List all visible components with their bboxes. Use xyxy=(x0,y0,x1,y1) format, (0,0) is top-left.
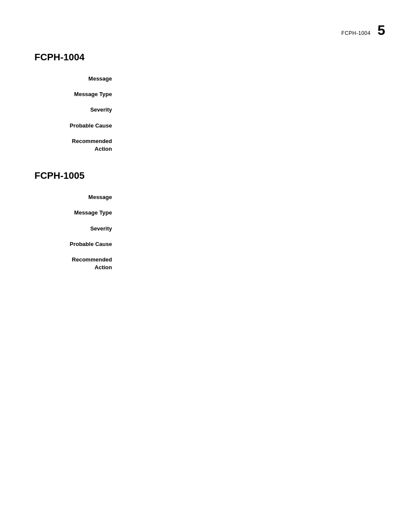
field-value-fcph-1005-0 xyxy=(121,193,377,201)
field-label-fcph-1005-3: Probable Cause xyxy=(34,240,121,248)
field-value-fcph-1005-4 xyxy=(121,256,377,271)
field-label-fcph-1004-1: Message Type xyxy=(34,90,121,98)
section-fcph-1004: FCPH-1004MessageMessage TypeSeverityProb… xyxy=(34,52,377,153)
field-row-fcph-1005-3: Probable Cause xyxy=(34,240,377,248)
field-row-fcph-1005-0: Message xyxy=(34,193,377,201)
field-row-fcph-1004-1: Message Type xyxy=(34,90,377,98)
field-label-fcph-1004-4: RecommendedAction xyxy=(34,137,121,153)
field-row-fcph-1004-0: Message xyxy=(34,75,377,83)
section-title-fcph-1005: FCPH-1005 xyxy=(34,170,377,181)
field-label-fcph-1004-3: Probable Cause xyxy=(34,122,121,130)
field-value-fcph-1004-4 xyxy=(121,137,377,153)
section-title-fcph-1004: FCPH-1004 xyxy=(34,52,377,63)
field-label-fcph-1005-2: Severity xyxy=(34,225,121,233)
field-row-fcph-1004-3: Probable Cause xyxy=(34,122,377,130)
field-label-fcph-1004-0: Message xyxy=(34,75,121,83)
field-row-fcph-1004-4: RecommendedAction xyxy=(34,137,377,153)
field-row-fcph-1005-2: Severity xyxy=(34,225,377,233)
section-fcph-1005: FCPH-1005MessageMessage TypeSeverityProb… xyxy=(34,170,377,271)
field-value-fcph-1004-2 xyxy=(121,106,377,114)
main-content: FCPH-1004MessageMessage TypeSeverityProb… xyxy=(0,0,411,271)
field-label-fcph-1005-0: Message xyxy=(34,193,121,201)
field-value-fcph-1004-0 xyxy=(121,75,377,83)
field-value-fcph-1005-2 xyxy=(121,225,377,233)
field-label-fcph-1004-2: Severity xyxy=(34,106,121,114)
page-header: FCPH-1004 5 xyxy=(341,22,385,38)
field-label-fcph-1005-4: RecommendedAction xyxy=(34,256,121,271)
field-value-fcph-1005-1 xyxy=(121,209,377,217)
header-title: FCPH-1004 xyxy=(341,30,371,36)
field-row-fcph-1005-4: RecommendedAction xyxy=(34,256,377,271)
field-value-fcph-1004-1 xyxy=(121,90,377,98)
field-value-fcph-1004-3 xyxy=(121,122,377,130)
field-row-fcph-1004-2: Severity xyxy=(34,106,377,114)
header-page-number: 5 xyxy=(377,22,385,38)
field-value-fcph-1005-3 xyxy=(121,240,377,248)
field-label-fcph-1005-1: Message Type xyxy=(34,209,121,217)
field-row-fcph-1005-1: Message Type xyxy=(34,209,377,217)
